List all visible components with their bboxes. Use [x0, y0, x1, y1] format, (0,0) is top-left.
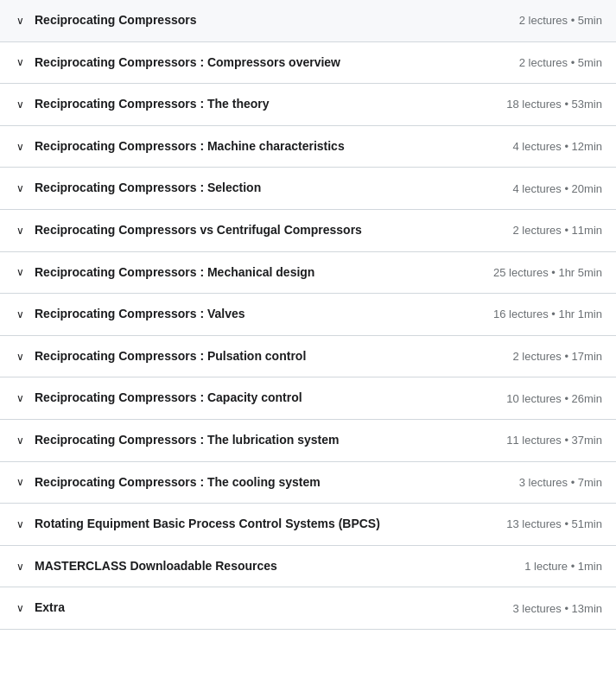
section-meta: 3 lectures • 7min — [519, 476, 602, 489]
section-left: ∨Reciprocating Compressors : Capacity co… — [14, 390, 492, 407]
chevron-down-icon: ∨ — [14, 308, 26, 320]
section-meta: 18 lectures • 53min — [506, 98, 602, 111]
chevron-down-icon: ∨ — [14, 392, 26, 404]
chevron-down-icon: ∨ — [14, 15, 26, 27]
section-meta: 2 lectures • 17min — [512, 350, 602, 363]
section-left: ∨Reciprocating Compressors : Valves — [14, 306, 479, 323]
section-title: Reciprocating Compressors : Machine char… — [35, 138, 345, 155]
section-title: Reciprocating Compressors : The lubricat… — [35, 432, 339, 449]
section-row[interactable]: ∨Reciprocating Compressors : Pulsation c… — [0, 336, 616, 378]
chevron-down-icon: ∨ — [14, 434, 26, 447]
section-meta: 25 lectures • 1hr 5min — [493, 266, 602, 279]
section-row[interactable]: ∨Reciprocating Compressors : Mechanical … — [0, 252, 616, 295]
section-title: MASTERCLASS Downloadable Resources — [35, 558, 277, 575]
chevron-down-icon: ∨ — [14, 56, 26, 68]
section-title: Reciprocating Compressors : Capacity con… — [35, 390, 302, 407]
section-meta: 1 lecture • 1min — [524, 560, 602, 573]
section-left: ∨MASTERCLASS Downloadable Resources — [14, 558, 511, 575]
section-title: Reciprocating Compressors : Mechanical d… — [35, 264, 314, 282]
section-left: ∨Reciprocating Compressors : Machine cha… — [14, 138, 499, 155]
section-left: ∨Reciprocating Compressors : Mechanical … — [14, 264, 479, 282]
chevron-down-icon: ∨ — [14, 141, 26, 153]
chevron-down-icon: ∨ — [14, 602, 26, 614]
section-row[interactable]: ∨Reciprocating Compressors : Selection4 … — [0, 168, 616, 210]
section-row[interactable]: ∨Extra3 lectures • 13min — [0, 587, 616, 630]
section-title: Reciprocating Compressors : Valves — [35, 306, 245, 323]
section-meta: 10 lectures • 26min — [506, 392, 602, 405]
section-left: ∨Reciprocating Compressors : The theory — [14, 96, 492, 113]
section-row[interactable]: ∨Reciprocating Compressors2 lectures • 5… — [0, 0, 616, 42]
section-left: ∨Reciprocating Compressors : The lubrica… — [14, 432, 492, 449]
chevron-down-icon: ∨ — [14, 476, 26, 488]
section-title: Rotating Equipment Basic Process Control… — [35, 516, 380, 533]
section-left: ∨Extra — [14, 599, 499, 617]
section-left: ∨Reciprocating Compressors : Pulsation c… — [14, 348, 499, 365]
section-row[interactable]: ∨Reciprocating Compressors : The lubrica… — [0, 420, 616, 462]
chevron-down-icon: ∨ — [14, 98, 26, 111]
section-left: ∨Reciprocating Compressors : The cooling… — [14, 474, 505, 492]
section-row[interactable]: ∨Reciprocating Compressors vs Centrifuga… — [0, 210, 616, 252]
chevron-down-icon: ∨ — [14, 351, 26, 363]
section-title: Extra — [35, 599, 65, 617]
section-row[interactable]: ∨Reciprocating Compressors : The theory1… — [0, 84, 616, 126]
chevron-down-icon: ∨ — [14, 561, 26, 573]
section-left: ∨Reciprocating Compressors : Compressors… — [14, 54, 505, 72]
chevron-down-icon: ∨ — [14, 225, 26, 237]
chevron-down-icon: ∨ — [14, 182, 26, 194]
section-meta: 4 lectures • 20min — [512, 182, 602, 195]
section-left: ∨Reciprocating Compressors vs Centrifuga… — [14, 222, 499, 239]
section-left: ∨Reciprocating Compressors : Selection — [14, 180, 499, 197]
section-row[interactable]: ∨Reciprocating Compressors : Valves16 le… — [0, 294, 616, 336]
section-meta: 4 lectures • 12min — [512, 140, 602, 153]
section-title: Reciprocating Compressors : Selection — [35, 180, 261, 197]
section-row[interactable]: ∨Reciprocating Compressors : Capacity co… — [0, 377, 616, 420]
section-row[interactable]: ∨Reciprocating Compressors : Machine cha… — [0, 126, 616, 168]
section-meta: 2 lectures • 11min — [512, 224, 602, 237]
section-meta: 16 lectures • 1hr 1min — [493, 308, 602, 320]
chevron-down-icon: ∨ — [14, 518, 26, 530]
chevron-down-icon: ∨ — [14, 266, 26, 278]
section-meta: 13 lectures • 51min — [506, 517, 602, 530]
section-title: Reciprocating Compressors : The theory — [35, 96, 270, 113]
section-title: Reciprocating Compressors : The cooling … — [35, 474, 321, 492]
section-title: Reciprocating Compressors : Compressors … — [35, 54, 340, 72]
section-title: Reciprocating Compressors vs Centrifugal… — [35, 222, 362, 239]
section-left: ∨Reciprocating Compressors — [14, 12, 505, 29]
section-row[interactable]: ∨MASTERCLASS Downloadable Resources1 lec… — [0, 546, 616, 588]
section-meta: 11 lectures • 37min — [506, 434, 602, 447]
section-meta: 3 lectures • 13min — [512, 602, 602, 615]
section-meta: 2 lectures • 5min — [519, 14, 602, 27]
section-row[interactable]: ∨Reciprocating Compressors : Compressors… — [0, 42, 616, 85]
course-section-list: ∨Reciprocating Compressors2 lectures • 5… — [0, 0, 616, 630]
section-title: Reciprocating Compressors — [35, 12, 197, 29]
section-row[interactable]: ∨Rotating Equipment Basic Process Contro… — [0, 504, 616, 546]
section-title: Reciprocating Compressors : Pulsation co… — [35, 348, 306, 365]
section-left: ∨Rotating Equipment Basic Process Contro… — [14, 516, 492, 533]
section-meta: 2 lectures • 5min — [519, 56, 602, 69]
section-row[interactable]: ∨Reciprocating Compressors : The cooling… — [0, 462, 616, 504]
